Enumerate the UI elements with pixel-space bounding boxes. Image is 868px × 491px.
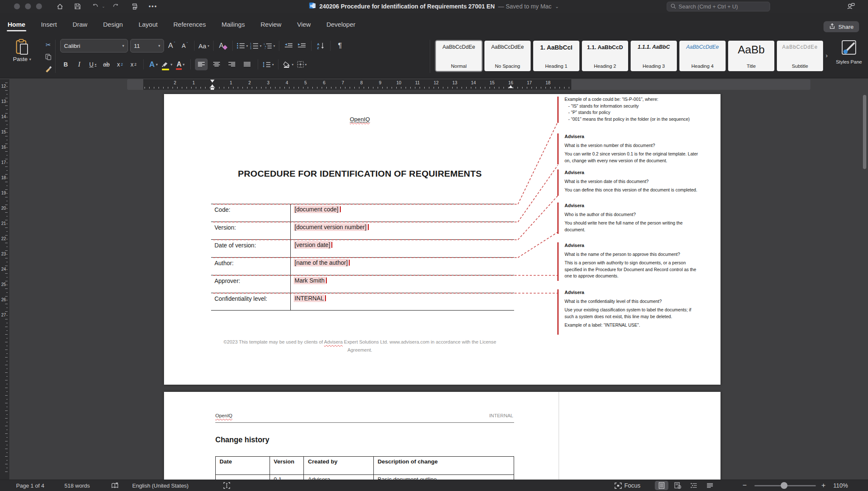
word-count-status[interactable]: 518 words xyxy=(64,480,90,491)
highlight-color-button[interactable]: ▾ xyxy=(161,58,172,70)
draft-view-button[interactable] xyxy=(703,481,717,490)
table-row[interactable]: Code:[document code] xyxy=(211,204,514,222)
page2-header-logo[interactable]: OpenIQ xyxy=(215,413,232,418)
zoom-slider-thumb[interactable] xyxy=(781,482,787,489)
vertical-scrollbar[interactable] xyxy=(863,95,866,169)
table-row[interactable]: Approver:Mark Smith xyxy=(211,275,514,293)
tab-references[interactable]: References xyxy=(172,15,207,34)
style-card-heading-3[interactable]: 1.1.1. AaBbCHeading 3 xyxy=(631,41,677,71)
table-row-value[interactable]: [name of the author] xyxy=(290,258,514,275)
proofing-status-icon[interactable] xyxy=(111,480,119,491)
tab-design[interactable]: Design xyxy=(102,15,124,34)
history-header-cell[interactable]: Description of change xyxy=(374,457,514,474)
tracked-value[interactable]: INTERNAL xyxy=(294,294,325,302)
sort-button[interactable]: AZ xyxy=(315,40,326,52)
document-info-table[interactable]: Code:[document code]Version:[document ve… xyxy=(211,204,514,311)
style-card-heading-2[interactable]: 1.1. AaBbCcDHeading 2 xyxy=(582,41,628,71)
tab-review[interactable]: Review xyxy=(260,15,282,34)
change-history-table[interactable]: DateVersionCreated byDescription of chan… xyxy=(215,456,514,480)
style-card-heading-4[interactable]: AaBbCcDdEeHeading 4 xyxy=(679,41,726,71)
cut-button[interactable]: ✂ xyxy=(43,40,53,50)
page-1[interactable]: OpenIQ PROCEDURE FOR IDENTIFICATION OF R… xyxy=(164,94,721,385)
zoom-slider[interactable] xyxy=(754,480,816,491)
horizontal-ruler[interactable]: 21123456789101112131415161718 xyxy=(127,79,810,90)
focus-mode-button[interactable]: Focus xyxy=(615,480,640,491)
align-center-button[interactable] xyxy=(210,58,223,70)
first-line-indent-marker[interactable] xyxy=(210,80,214,83)
zoom-in-button[interactable]: + xyxy=(821,480,826,491)
history-header-cell[interactable]: Date xyxy=(216,457,270,474)
styles-pane-button[interactable]: Styles Pane xyxy=(836,39,862,65)
show-paragraph-marks-button[interactable]: ¶ xyxy=(334,40,345,52)
web-layout-view-button[interactable] xyxy=(671,481,684,490)
font-name-select[interactable]: Calibri▾ xyxy=(60,39,128,53)
table-row-value[interactable]: INTERNAL xyxy=(290,293,514,310)
shading-button[interactable]: ▾ xyxy=(283,58,294,70)
shrink-font-button[interactable]: Aˇ xyxy=(179,40,190,52)
tracked-value[interactable]: [version date] xyxy=(294,241,331,249)
comment-block[interactable]: AdviseraWhat is the name of the person t… xyxy=(565,242,717,280)
tab-home[interactable]: Home xyxy=(7,15,26,34)
history-header-cell[interactable]: Created by xyxy=(304,457,374,474)
style-card-title[interactable]: AaBbTitle xyxy=(728,41,774,71)
grow-font-button[interactable]: Aˆ xyxy=(166,40,177,52)
print-icon[interactable] xyxy=(130,2,139,11)
strikethrough-button[interactable]: ab xyxy=(101,58,112,70)
left-indent-marker[interactable] xyxy=(211,88,214,90)
selection-mode-icon[interactable] xyxy=(223,480,230,491)
style-card-no-spacing[interactable]: AaBbCcDdEeNo Spacing xyxy=(484,41,531,71)
close-window-button[interactable] xyxy=(14,3,20,9)
zoom-out-button[interactable]: − xyxy=(743,480,747,491)
change-history-heading[interactable]: Change history xyxy=(215,436,269,444)
styles-gallery-more-icon[interactable]: › xyxy=(826,52,828,59)
comment-block[interactable]: AdviseraWhat is the version date of this… xyxy=(565,169,717,194)
save-status-chevron-icon[interactable]: ⌄ xyxy=(555,4,559,9)
company-logo-text[interactable]: OpenIQ xyxy=(164,116,556,122)
change-case-button[interactable]: Aa▾ xyxy=(198,40,209,52)
table-row-label[interactable]: Date of version: xyxy=(211,240,290,257)
tracked-value[interactable]: [name of the author] xyxy=(294,259,348,266)
table-row[interactable]: Author:[name of the author] xyxy=(211,257,514,275)
tab-view[interactable]: View xyxy=(296,15,312,34)
page-number-status[interactable]: Page 1 of 4 xyxy=(16,480,45,491)
tab-layout[interactable]: Layout xyxy=(138,15,159,34)
zoom-window-button[interactable] xyxy=(36,3,42,9)
table-row-label[interactable]: Confidentiality level: xyxy=(211,293,290,310)
save-status[interactable]: — Saved to my Mac xyxy=(498,3,551,10)
paste-button[interactable]: Paste▾ xyxy=(8,39,36,75)
hanging-indent-marker[interactable] xyxy=(210,84,214,87)
save-icon[interactable] xyxy=(73,2,82,11)
search-input[interactable]: Search (Cmd + Ctrl + U) xyxy=(667,2,770,11)
table-row-value[interactable]: [document code] xyxy=(290,204,514,222)
outline-view-button[interactable] xyxy=(687,481,701,490)
minimize-window-button[interactable] xyxy=(25,3,31,9)
table-row-value[interactable]: [document version number] xyxy=(290,222,514,239)
share-button[interactable]: Share xyxy=(823,21,859,32)
table-row-label[interactable]: Code: xyxy=(211,204,290,222)
history-header-cell[interactable]: Version xyxy=(270,457,304,474)
line-spacing-button[interactable]: ▾ xyxy=(262,58,274,70)
font-color-button[interactable]: A ▾ xyxy=(175,58,186,70)
table-row[interactable]: Date of version:[version date] xyxy=(211,239,514,257)
clear-formatting-button[interactable]: A xyxy=(217,40,228,52)
table-row[interactable]: Confidentiality level:INTERNAL xyxy=(211,293,514,311)
multilevel-list-button[interactable]: 1ai▾ xyxy=(264,40,275,52)
more-commands-icon[interactable]: ••• xyxy=(148,2,158,11)
subscript-button[interactable]: x2 xyxy=(114,58,125,70)
tracked-value[interactable]: [document version number] xyxy=(294,223,367,231)
numbering-button[interactable]: 123▾ xyxy=(250,40,262,52)
tab-insert[interactable]: Insert xyxy=(40,15,58,34)
tab-mailings[interactable]: Mailings xyxy=(221,15,246,34)
justify-button[interactable] xyxy=(241,58,253,70)
comment-block[interactable]: AdviseraWhat is the confidentiality leve… xyxy=(565,289,717,329)
italic-button[interactable]: I xyxy=(74,58,85,70)
tracked-value[interactable]: Mark Smith xyxy=(294,277,326,284)
align-right-button[interactable] xyxy=(225,58,238,70)
home-icon[interactable] xyxy=(55,2,64,11)
table-row-label[interactable]: Version: xyxy=(211,222,290,239)
tab-developer[interactable]: Developer xyxy=(326,15,356,34)
style-card-subtitle[interactable]: AaBbCcDdEeSubtitle xyxy=(777,41,823,71)
tracked-value[interactable]: [document code] xyxy=(294,205,339,213)
comment-block[interactable]: Example of a code could be: “IS-P-001”, … xyxy=(565,96,717,122)
bullets-button[interactable]: ▾ xyxy=(236,40,248,52)
